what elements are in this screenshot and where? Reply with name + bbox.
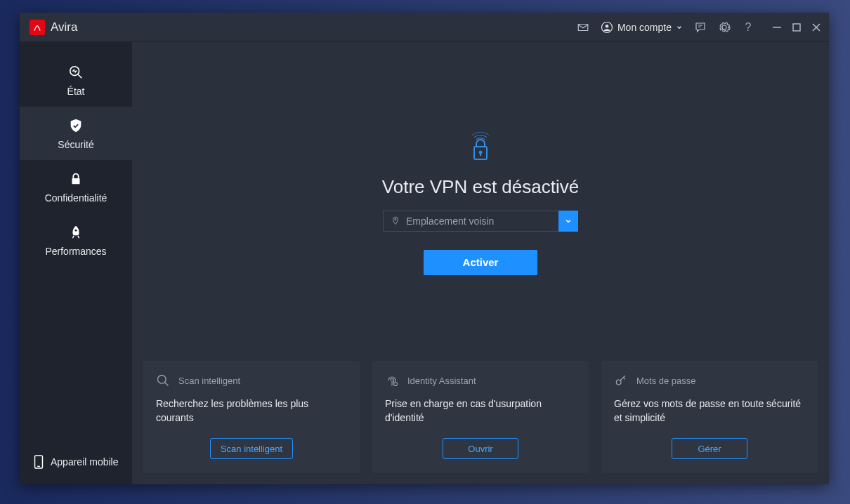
vpn-lock-icon xyxy=(466,128,495,164)
main-content: Votre VPN est désactivé Emplacement vois… xyxy=(132,42,829,484)
card-passwords: Mots de passe Gérez vos mots de passe en… xyxy=(601,361,818,473)
pin-icon xyxy=(391,216,400,226)
vpn-location-label: Emplacement voisin xyxy=(406,215,494,227)
svg-point-15 xyxy=(395,218,396,220)
magnifier-icon xyxy=(156,373,170,387)
chevron-down-icon xyxy=(564,217,573,225)
svg-point-18 xyxy=(394,383,398,386)
sidebar-item-label: Sécurité xyxy=(58,139,93,150)
app-name: Avira xyxy=(51,20,77,34)
card-title: Mots de passe xyxy=(636,376,696,386)
svg-rect-3 xyxy=(793,24,800,31)
svg-point-16 xyxy=(158,376,166,384)
sidebar-item-mobile[interactable]: Appareil mobile xyxy=(20,445,132,484)
sidebar-item-performance[interactable]: Performances xyxy=(20,213,132,267)
lock-icon xyxy=(68,171,84,187)
card-description: Prise en charge en cas d'usurpation d'id… xyxy=(385,397,576,428)
account-menu[interactable]: Mon compte xyxy=(601,21,683,34)
minimize-button[interactable] xyxy=(771,22,783,33)
svg-point-19 xyxy=(616,380,621,385)
sidebar-item-privacy[interactable]: Confidentialité xyxy=(20,160,132,213)
svg-point-1 xyxy=(606,24,609,27)
sidebar-item-label: Performances xyxy=(45,246,106,257)
vpn-location-dropdown[interactable] xyxy=(558,211,578,232)
vpn-activate-button[interactable]: Activer xyxy=(424,250,537,275)
svg-line-17 xyxy=(165,383,169,386)
key-icon xyxy=(614,373,628,387)
card-description: Recherchez les problèmes les plus couran… xyxy=(156,397,347,428)
vpn-panel: Votre VPN est désactivé Emplacement vois… xyxy=(143,42,818,361)
fingerprint-icon xyxy=(385,373,399,387)
shield-check-icon xyxy=(68,118,84,133)
mail-icon[interactable] xyxy=(577,21,589,34)
maximize-button[interactable] xyxy=(791,22,802,33)
card-smart-scan: Scan intelligent Recherchez les problème… xyxy=(143,361,360,473)
logo-icon xyxy=(30,20,45,35)
card-title: Scan intelligent xyxy=(178,376,240,386)
sidebar-item-security[interactable]: Sécurité xyxy=(20,107,132,160)
card-title: Identity Assistant xyxy=(407,376,476,386)
vpn-status-title: Votre VPN est désactivé xyxy=(382,176,579,198)
rocket-icon xyxy=(68,225,84,240)
close-button[interactable] xyxy=(811,22,822,33)
card-open-button[interactable]: Ouvrir xyxy=(443,438,518,459)
titlebar-actions: Mon compte ? xyxy=(577,21,822,34)
titlebar: Avira Mon compte ? xyxy=(20,13,829,42)
feedback-icon[interactable] xyxy=(694,21,707,34)
gear-icon[interactable] xyxy=(718,21,731,34)
app-logo: Avira xyxy=(30,20,77,35)
card-description: Gérez vos mots de passe en toute sécurit… xyxy=(614,397,805,428)
sidebar: État Sécurité Confidentialité Performanc… xyxy=(20,42,132,484)
svg-point-9 xyxy=(75,230,77,232)
sidebar-mobile-label: Appareil mobile xyxy=(51,456,119,467)
svg-line-7 xyxy=(78,74,82,79)
vpn-location-selector: Emplacement voisin xyxy=(383,211,578,232)
card-manage-button[interactable]: Gérer xyxy=(672,438,747,459)
feature-cards: Scan intelligent Recherchez les problème… xyxy=(143,361,818,473)
card-scan-button[interactable]: Scan intelligent xyxy=(210,438,293,459)
app-window: Avira Mon compte ? xyxy=(20,13,829,484)
sidebar-item-label: État xyxy=(67,86,85,97)
svg-rect-8 xyxy=(72,178,80,184)
sidebar-item-status[interactable]: État xyxy=(20,53,132,107)
help-icon[interactable]: ? xyxy=(742,21,754,34)
card-identity-assistant: Identity Assistant Prise en charge en ca… xyxy=(372,361,589,473)
phone-icon xyxy=(34,455,44,469)
vpn-location-field[interactable]: Emplacement voisin xyxy=(383,211,558,232)
account-label: Mon compte xyxy=(617,22,672,33)
sidebar-item-label: Confidentialité xyxy=(45,192,107,204)
magnifier-pulse-icon xyxy=(68,65,84,80)
